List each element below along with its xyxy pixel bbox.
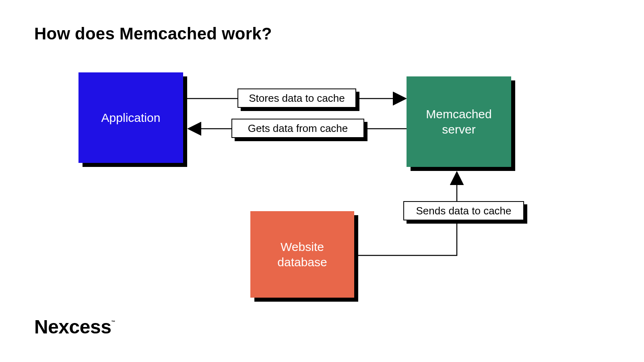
edge-label-stores: Stores data to cache [237,88,356,108]
node-memcached-label: Memcached server [426,107,491,137]
edge-label-sends-text: Sends data to cache [416,205,511,217]
edge-label-gets-text: Gets data from cache [248,122,348,135]
trademark-icon: ™ [111,320,115,324]
brand-text: Nexcess [34,316,111,337]
edge-label-sends: Sends data to cache [403,201,524,220]
edge-label-gets: Gets data from cache [231,119,364,138]
node-application-label: Application [101,110,161,125]
node-application: Application [78,72,183,163]
node-database: Website database [250,211,354,298]
edge-label-stores-text: Stores data to cache [249,92,345,105]
brand-logo: Nexcess™ [34,316,115,338]
connector-layer [0,0,644,362]
diagram-stage: How does Memcached work? Application Mem… [0,0,644,362]
node-memcached: Memcached server [407,76,511,167]
node-database-label: Website database [277,239,327,269]
